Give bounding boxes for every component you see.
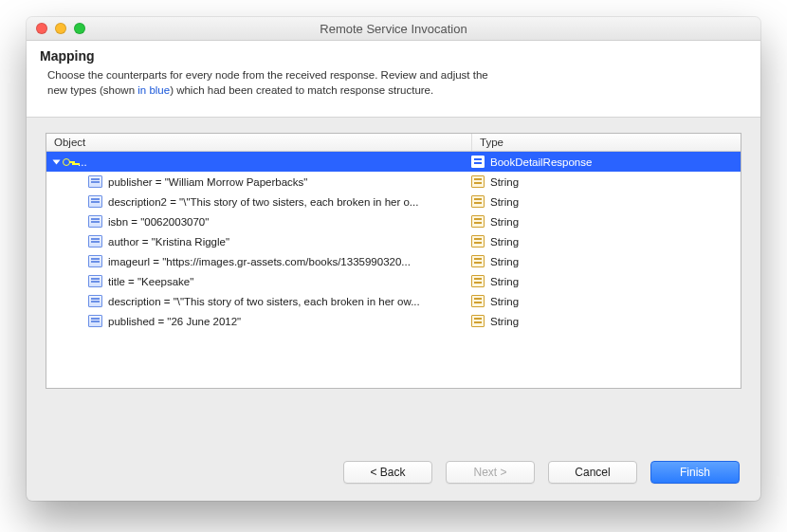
node-type: String <box>490 296 519 307</box>
wizard-header: Mapping Choose the counterparts for ever… <box>27 41 760 118</box>
next-button: Next > <box>446 461 535 484</box>
type-icon <box>471 156 485 168</box>
desc-line2b: ) which had been created to match respon… <box>170 84 433 96</box>
node-type: String <box>490 276 519 287</box>
tree-row[interactable]: description = "\"This story of two siste… <box>46 291 741 311</box>
node-label: description = "\"This story of two siste… <box>108 296 420 307</box>
node-icon <box>88 295 102 307</box>
tree-body[interactable]: ... BookDetailResponse publisher = "Will… <box>46 152 741 388</box>
node-label: title = "Keepsake" <box>108 276 193 287</box>
desc-line1: Choose the counterparts for every node f… <box>47 69 488 81</box>
node-icon <box>88 275 102 287</box>
column-header-object[interactable]: Object <box>46 134 472 151</box>
node-type: String <box>490 316 519 327</box>
tree-row[interactable]: description2 = "\"This story of two sist… <box>46 192 741 211</box>
root-type: BookDetailResponse <box>490 156 592 168</box>
node-label: isbn = "0062003070" <box>108 216 209 228</box>
back-button[interactable]: < Back <box>343 461 432 484</box>
node-label: published = "26 June 2012" <box>108 316 241 327</box>
tree-row[interactable]: published = "26 June 2012"String <box>46 311 741 331</box>
tree-row[interactable]: publisher = "William Morrow Paperbacks"S… <box>46 172 741 192</box>
node-icon <box>88 215 102 228</box>
window-controls <box>36 23 85 34</box>
node-type: String <box>490 216 519 228</box>
type-icon <box>471 175 485 188</box>
disclosure-triangle-icon[interactable] <box>53 159 61 164</box>
mapping-tree: Object Type ... BookDetailResponse publi… <box>46 133 741 389</box>
type-icon <box>471 275 485 287</box>
tree-row[interactable]: imageurl = "https://images.gr-assets.com… <box>46 251 741 271</box>
node-type: String <box>490 196 519 208</box>
tree-root-row[interactable]: ... BookDetailResponse <box>46 152 741 172</box>
type-icon <box>471 255 485 267</box>
type-icon <box>471 295 485 307</box>
node-icon <box>88 235 102 248</box>
cancel-button[interactable]: Cancel <box>548 461 637 484</box>
minimize-icon[interactable] <box>55 23 66 34</box>
node-label: author = "Kristina Riggle" <box>108 236 229 248</box>
close-icon[interactable] <box>36 23 47 34</box>
type-icon <box>471 235 485 248</box>
type-icon <box>471 315 485 327</box>
desc-line2a: new types (shown <box>47 84 137 96</box>
key-icon <box>63 156 76 168</box>
node-label: imageurl = "https://images.gr-assets.com… <box>108 256 411 267</box>
node-icon <box>88 315 102 327</box>
node-label: publisher = "William Morrow Paperbacks" <box>108 176 307 188</box>
desc-blue: in blue <box>137 84 170 96</box>
node-icon <box>88 195 102 208</box>
finish-button[interactable]: Finish <box>650 461 740 484</box>
node-type: String <box>490 256 519 267</box>
tree-row[interactable]: isbn = "0062003070"String <box>46 211 741 231</box>
node-label: description2 = "\"This story of two sist… <box>108 196 418 208</box>
type-icon <box>471 195 485 208</box>
node-type: String <box>490 176 519 188</box>
column-header-type[interactable]: Type <box>472 134 741 151</box>
page-description: Choose the counterparts for every node f… <box>40 67 747 98</box>
zoom-icon[interactable] <box>74 23 85 34</box>
node-icon <box>88 255 102 267</box>
window-title: Remote Service Invocation <box>320 22 467 36</box>
tree-row[interactable]: author = "Kristina Riggle"String <box>46 231 741 251</box>
root-label: ... <box>78 156 87 168</box>
tree-column-headers: Object Type <box>46 134 741 152</box>
node-icon <box>88 175 102 188</box>
titlebar: Remote Service Invocation <box>27 17 760 41</box>
tree-row[interactable]: title = "Keepsake"String <box>46 271 741 291</box>
wizard-button-bar: < Back Next > Cancel Finish <box>343 461 740 484</box>
dialog-window: Remote Service Invocation Mapping Choose… <box>27 17 760 501</box>
node-type: String <box>490 236 519 248</box>
page-title: Mapping <box>40 48 747 64</box>
type-icon <box>471 215 485 228</box>
